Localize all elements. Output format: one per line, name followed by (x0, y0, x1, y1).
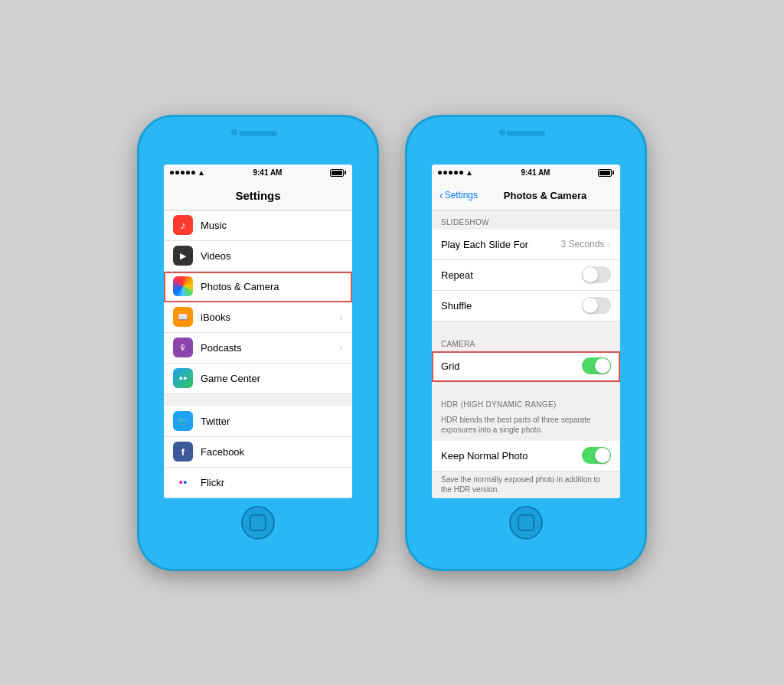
section-social: 🐦 Twitter f Facebook ●● Flickr (164, 406, 352, 498)
home-button-1[interactable] (241, 506, 275, 540)
repeat-toggle[interactable] (582, 266, 611, 283)
section-header-hdr: HDR (HIGH DYNAMIC RANGE) (432, 393, 620, 412)
phone-2-screen: ▲ 9:41 AM ‹ Settings (432, 165, 620, 498)
music-icon: ♪ (173, 215, 193, 235)
play-each-chevron: › (607, 238, 611, 250)
gamecenter-label: Game Center (201, 373, 343, 384)
settings-row-videos[interactable]: ▶ Videos (164, 241, 352, 272)
battery-body (330, 169, 344, 177)
keep-normal-toggle[interactable] (582, 447, 611, 464)
nav-bar-1: Settings (164, 181, 352, 210)
signal-area-2: ▲ (438, 168, 473, 177)
phone-1: ▲ 9:41 AM Settings (139, 117, 377, 569)
back-chevron: ‹ (439, 189, 443, 201)
music-label: Music (201, 220, 343, 231)
twitter-icon: 🐦 (173, 411, 193, 431)
back-button[interactable]: ‹ Settings (439, 189, 478, 201)
keep-normal-label: Keep Normal Photo (441, 450, 582, 462)
settings-row-play-each[interactable]: Play Each Slide For 3 Seconds › (432, 230, 620, 260)
signal-dots (170, 171, 195, 175)
settings-row-music[interactable]: ♪ Music (164, 210, 352, 241)
status-time-1: 9:41 AM (253, 168, 282, 177)
battery-tip (345, 171, 346, 175)
back-label: Settings (445, 190, 478, 201)
nav-bar-2: ‹ Settings Photos & Camera (432, 181, 620, 210)
ibooks-chevron: › (339, 311, 343, 323)
settings-row-grid[interactable]: Grid (432, 351, 620, 382)
dot-1 (170, 171, 174, 175)
settings-row-ibooks[interactable]: 📖 iBooks › (164, 302, 352, 333)
section-header-slideshow: SLIDESHOW (432, 210, 620, 230)
wifi-icon: ▲ (198, 168, 205, 177)
section-slideshow: Play Each Slide For 3 Seconds › Repeat S… (432, 230, 620, 321)
wifi-icon-2: ▲ (466, 168, 473, 177)
battery-2 (598, 169, 614, 177)
photos-label: Photos & Camera (201, 281, 343, 292)
settings-row-facebook[interactable]: f Facebook (164, 437, 352, 468)
settings-row-repeat[interactable]: Repeat (432, 260, 620, 291)
twitter-label: Twitter (201, 416, 343, 427)
podcasts-label: Podcasts (201, 342, 339, 354)
dot-5 (191, 171, 195, 175)
repeat-toggle-knob (583, 267, 598, 282)
status-bar-1: ▲ 9:41 AM (164, 165, 352, 181)
ibooks-icon: 📖 (173, 307, 193, 327)
photos-icon (173, 276, 193, 296)
dot2-3 (449, 171, 452, 175)
shuffle-toggle[interactable] (582, 297, 611, 314)
gamecenter-icon: ●● (173, 368, 193, 388)
section-header-camera: CAMERA (432, 332, 620, 351)
dot-2 (175, 171, 179, 175)
dot2-4 (454, 171, 458, 175)
battery-fill-2 (599, 171, 610, 175)
divider-1 (164, 394, 352, 406)
settings-row-photos[interactable]: Photos & Camera (164, 272, 352, 302)
flickr-icon: ●● (173, 472, 193, 492)
hdr-footer-description: Save the normally exposed photo in addit… (432, 471, 620, 498)
home-button-2[interactable] (509, 506, 543, 540)
section-hdr: Keep Normal Photo (432, 441, 620, 471)
settings-row-podcasts[interactable]: 🎙 Podcasts › (164, 333, 352, 364)
nav-title-1: Settings (202, 189, 314, 202)
shuffle-toggle-knob (583, 298, 598, 313)
nav-title-2: Photos & Camera (478, 190, 612, 201)
signal-dots-2 (438, 171, 463, 175)
separator-1 (432, 321, 620, 332)
ibooks-label: iBooks (201, 312, 339, 323)
phone-2: ▲ 9:41 AM ‹ Settings (407, 117, 645, 569)
battery-1 (330, 169, 346, 177)
scene: ▲ 9:41 AM Settings (0, 102, 784, 584)
status-time-2: 9:41 AM (521, 168, 550, 177)
phone-1-screen: ▲ 9:41 AM Settings (164, 165, 352, 498)
dot2-2 (443, 171, 447, 175)
settings-row-twitter[interactable]: 🐦 Twitter (164, 406, 352, 437)
separator-2 (432, 382, 620, 393)
play-each-label: Play Each Slide For (441, 239, 561, 250)
settings-row-flickr[interactable]: ●● Flickr (164, 468, 352, 498)
podcasts-chevron: › (339, 341, 343, 354)
settings-list-1: ♪ Music ▶ Videos Photos & Camera (164, 210, 352, 498)
shuffle-label: Shuffle (441, 300, 582, 312)
facebook-label: Facebook (201, 446, 343, 458)
dot2-5 (459, 171, 463, 175)
battery-fill (332, 171, 342, 175)
facebook-icon: f (173, 442, 193, 462)
keep-normal-toggle-knob (595, 448, 610, 463)
battery-tip-2 (612, 171, 614, 175)
section-camera: Grid (432, 351, 620, 382)
grid-toggle-knob (595, 358, 610, 373)
settings-row-shuffle[interactable]: Shuffle (432, 291, 620, 321)
grid-label: Grid (441, 360, 582, 372)
section-apps: ♪ Music ▶ Videos Photos & Camera (164, 210, 352, 394)
status-bar-2: ▲ 9:41 AM (432, 165, 620, 181)
dot-4 (186, 171, 190, 175)
play-each-value: 3 Seconds (561, 239, 605, 250)
podcasts-icon: 🎙 (173, 338, 193, 357)
flickr-label: Flickr (201, 477, 343, 488)
settings-row-keep-normal[interactable]: Keep Normal Photo (432, 441, 620, 471)
settings-list-2: SLIDESHOW Play Each Slide For 3 Seconds … (432, 210, 620, 498)
dot-3 (181, 171, 185, 175)
grid-toggle[interactable] (582, 357, 611, 374)
settings-row-gamecenter[interactable]: ●● Game Center (164, 364, 352, 394)
hdr-description: HDR blends the best parts of three separ… (432, 412, 620, 441)
